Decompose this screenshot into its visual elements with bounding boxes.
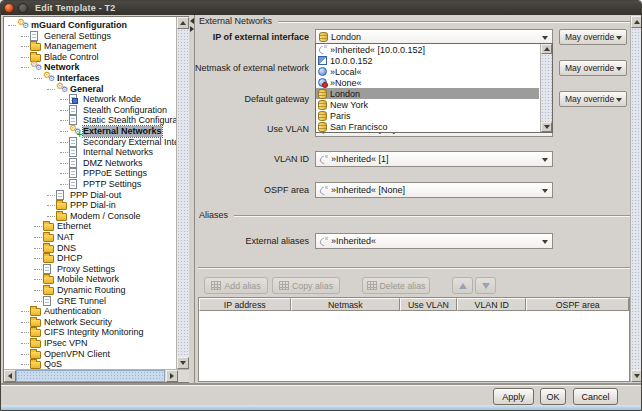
tree-item-secondary-external-interface[interactable]: Secondary External Interface <box>4 137 176 148</box>
tree-item-label: DMZ Networks <box>83 158 143 169</box>
table-header-ospf-area[interactable]: OSPF area <box>526 298 629 311</box>
close-icon[interactable] <box>4 3 14 13</box>
tree-item-modem-console[interactable]: Modem / Console <box>4 211 176 222</box>
field-label-netmask-of-external-network: Netmask of external network <box>159 60 309 76</box>
dropdown-item--inherited-10-0-0-152-[interactable]: »Inherited« [10.0.0.152] <box>316 44 539 55</box>
tree-item-dns[interactable]: DNS <box>4 243 176 254</box>
dropdown-item--none-[interactable]: »None« <box>316 77 539 88</box>
table-header-netmask[interactable]: Netmask <box>291 298 400 311</box>
dropdown-item-san-francisco[interactable]: San Francisco <box>316 122 539 133</box>
dropdown-scrollbar[interactable] <box>540 44 552 132</box>
dropdown-scroll-track[interactable] <box>541 54 552 122</box>
tree-item-general-settings[interactable]: General Settings <box>4 31 176 42</box>
dropdown-scroll-down-icon[interactable] <box>541 122 552 132</box>
tree-item-gre-tunnel[interactable]: GRE Tunnel <box>4 296 176 307</box>
dropdown-scroll-up-icon[interactable] <box>541 44 552 54</box>
tree-item-mguard-configuration[interactable]: ⚙⚙mGuard Configuration <box>4 20 176 31</box>
tree-item-nat[interactable]: NAT <box>4 232 176 243</box>
tree-connector-line <box>21 322 29 323</box>
panel-scroll-track[interactable] <box>631 28 642 370</box>
move-up-button[interactable] <box>452 277 473 294</box>
combo-ospf-area[interactable]: »Inherited« [None] <box>315 182 553 198</box>
tree-item-mobile-network[interactable]: Mobile Network <box>4 274 176 285</box>
scroll-down-icon[interactable] <box>177 357 189 369</box>
cancel-button[interactable]: Cancel <box>573 388 618 405</box>
panel-scroll-up-icon[interactable] <box>631 16 642 28</box>
dropdown-item-london[interactable]: London <box>316 88 539 99</box>
ok-button[interactable]: OK <box>540 388 566 405</box>
override-combo-0[interactable]: May override <box>559 29 627 45</box>
panel-scroll-down-icon[interactable] <box>631 370 642 382</box>
collapse-left-icon[interactable] <box>190 18 194 24</box>
database-icon <box>319 32 328 42</box>
add-alias-button[interactable]: Add alias <box>204 277 268 294</box>
dropdown-item-new-york[interactable]: New York <box>316 99 539 110</box>
tree-connector-line <box>60 142 68 143</box>
tree-item-openvpn-client[interactable]: OpenVPN Client <box>4 349 176 360</box>
tree-item-authentication[interactable]: Authentication <box>4 306 176 317</box>
tree-item-ppp-dial-out[interactable]: PPP Dial-out <box>4 190 176 201</box>
scroll-up-icon[interactable] <box>177 17 189 29</box>
external-aliases-label: External aliases <box>159 233 309 249</box>
folder-icon <box>43 287 54 295</box>
tree-item-pptp-settings[interactable]: PPTP Settings <box>4 179 176 190</box>
tree-item-pppoe-settings[interactable]: PPPoE Settings <box>4 168 176 179</box>
combo-vlan-id[interactable]: »Inherited« [1] <box>315 151 553 167</box>
move-down-button[interactable] <box>475 277 496 294</box>
tree-item-network[interactable]: ⚙⚙Network <box>4 62 176 73</box>
tree-item-general[interactable]: ⚙⚙General <box>4 84 176 95</box>
tree-horizontal-scroll-thumb[interactable] <box>16 370 165 382</box>
apply-button[interactable]: Apply <box>493 388 534 405</box>
minimize-icon[interactable] <box>18 3 28 13</box>
scroll-right-icon[interactable] <box>166 370 178 382</box>
tree-item-stealth-configuration[interactable]: Stealth Configuration <box>4 105 176 116</box>
external-aliases-combo[interactable]: »Inherited« <box>315 233 553 249</box>
tree-item-interfaces[interactable]: ⚙⚙Interfaces <box>4 73 176 84</box>
override-combo-1[interactable]: May override <box>559 60 627 76</box>
document-icon <box>69 147 77 157</box>
tree-item-label: Proxy Settings <box>57 264 115 275</box>
gears-icon: ⚙⚙ <box>56 84 68 95</box>
field-label-default-gateway: Default gateway <box>159 91 309 107</box>
tree-connector-line <box>34 248 42 249</box>
dropdown-item-label: San Francisco <box>330 122 388 132</box>
override-combo-2[interactable]: May override <box>559 91 627 107</box>
tree-item-qos[interactable]: QoS <box>4 359 176 369</box>
folder-icon <box>56 202 67 210</box>
tree-item-label: OpenVPN Client <box>44 349 110 360</box>
tree-item-ppp-dial-in[interactable]: PPP Dial-in <box>4 200 176 211</box>
tree-item-network-mode[interactable]: Network Mode <box>4 94 176 105</box>
aliases-table: IP addressNetmaskUse VLANVLAN IDOSPF are… <box>198 297 630 382</box>
tree-item-proxy-settings[interactable]: Proxy Settings <box>4 264 176 275</box>
scroll-left-icon[interactable] <box>4 370 16 382</box>
tree-item-label: External Networks <box>83 126 162 137</box>
tree-item-dynamic-routing[interactable]: Dynamic Routing <box>4 285 176 296</box>
titlebar[interactable]: Edit Template - T2 <box>1 1 641 15</box>
table-header-use-vlan[interactable]: Use VLAN <box>400 298 457 311</box>
tree-item-static-stealth-configuration[interactable]: Static Stealth Configuration <box>4 115 176 126</box>
tree-item-dhcp[interactable]: DHCP <box>4 253 176 264</box>
dropdown-item--local-[interactable]: »Local« <box>316 66 539 77</box>
panel-vertical-scrollbar[interactable] <box>630 16 642 382</box>
tree-item-dmz-networks[interactable]: DMZ Networks <box>4 158 176 169</box>
table-header-vlan-id[interactable]: VLAN ID <box>457 298 527 311</box>
folder-icon <box>43 255 54 263</box>
document-edit-icon <box>69 94 77 104</box>
delete-alias-button[interactable]: Delete alias <box>362 277 430 294</box>
tree-item-ipsec-vpn[interactable]: IPsec VPN <box>4 338 176 349</box>
tree-item-cifs-integrity-monitoring[interactable]: CIFS Integrity Monitoring <box>4 327 176 338</box>
table-header-ip-address[interactable]: IP address <box>199 298 291 311</box>
inherit-icon <box>319 237 328 246</box>
tree-item-internal-networks[interactable]: Internal Networks <box>4 147 176 158</box>
dropdown-item-10-0-0-152[interactable]: 10.0.0.152 <box>316 55 539 66</box>
copy-alias-button[interactable]: Copy alias <box>272 277 340 294</box>
field-label-ip-of-external-interface: IP of external interface <box>159 29 309 45</box>
tree-item-management[interactable]: Management <box>4 41 176 52</box>
tree-horizontal-scrollbar[interactable] <box>4 369 189 382</box>
tree-item-ethernet[interactable]: Ethernet <box>4 221 176 232</box>
database-icon <box>318 89 327 99</box>
field-label-ospf-area: OSPF area <box>159 182 309 198</box>
tree-item-network-security[interactable]: Network Security <box>4 317 176 328</box>
dropdown-item-paris[interactable]: Paris <box>316 111 539 122</box>
tree-item-external-networks[interactable]: ⚙⚙+External Networks <box>4 126 176 137</box>
